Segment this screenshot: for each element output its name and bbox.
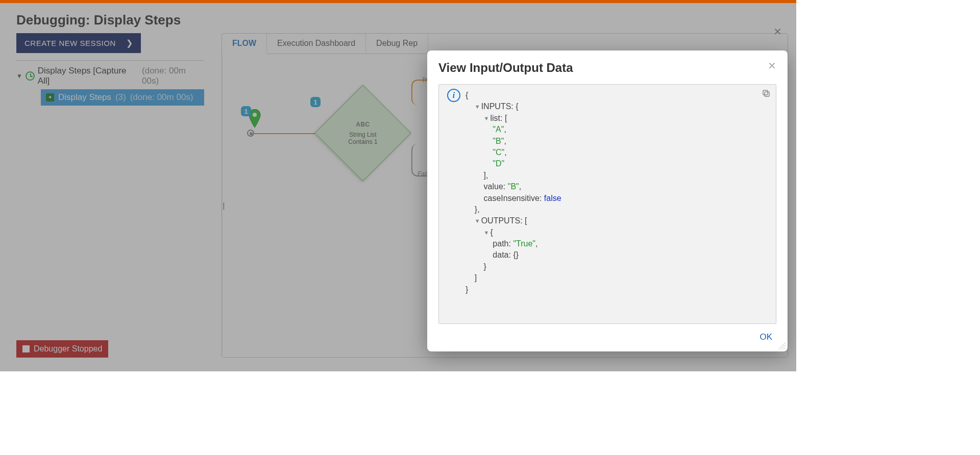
disclosure-triangle-icon[interactable]: ▼ <box>475 103 480 111</box>
json-line: data: {} <box>465 249 770 261</box>
json-line: { <box>465 90 770 101</box>
json-line: } <box>465 284 770 295</box>
json-line: ▼OUTPUTS: [ <box>465 215 770 226</box>
json-line: "C", <box>465 147 770 158</box>
close-icon[interactable]: ✕ <box>768 61 776 71</box>
json-line: ▼INPUTS: { <box>465 101 770 112</box>
json-line: "A", <box>465 124 770 135</box>
io-data-modal: View Input/Output Data ✕ i { ▼INPUTS: { … <box>427 50 788 351</box>
info-icon: i <box>447 89 460 102</box>
json-line: path: "True", <box>465 238 770 249</box>
json-line: ▼list: [ <box>465 113 770 124</box>
json-line: ▼{ <box>465 227 770 238</box>
json-line: "B", <box>465 136 770 147</box>
json-line: caseInsensitive: false <box>465 193 770 204</box>
json-line: } <box>465 261 770 272</box>
json-viewer[interactable]: i { ▼INPUTS: { ▼list: [ "A", "B", "C", "… <box>438 84 776 324</box>
ok-button[interactable]: OK <box>755 330 776 344</box>
json-line: }, <box>465 204 770 215</box>
json-line: value: "B", <box>465 181 770 192</box>
json-line: ] <box>465 272 770 284</box>
modal-title: View Input/Output Data <box>438 61 573 75</box>
disclosure-triangle-icon[interactable]: ▼ <box>475 217 480 225</box>
resize-grip-icon[interactable] <box>778 342 786 349</box>
json-line: "D" <box>465 158 770 169</box>
json-line: ], <box>465 170 770 181</box>
disclosure-triangle-icon[interactable]: ▼ <box>484 229 489 237</box>
disclosure-triangle-icon[interactable]: ▼ <box>484 115 489 122</box>
